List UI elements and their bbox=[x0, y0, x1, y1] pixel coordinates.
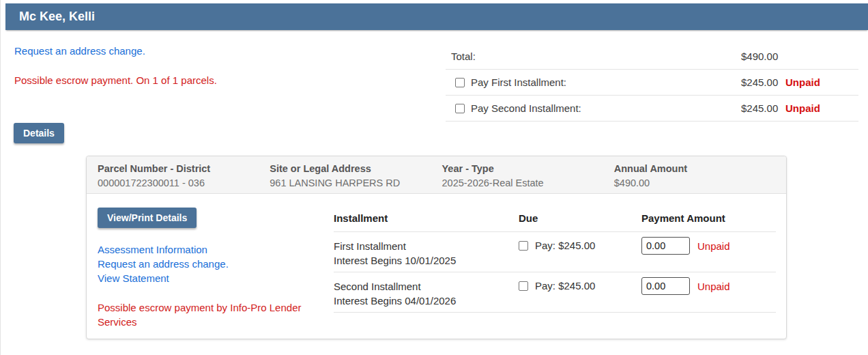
year-type-value: 2025-2026-Real Estate bbox=[442, 176, 614, 190]
table-row: Second Installment Interest Begins 04/01… bbox=[334, 272, 776, 313]
page-header-bar: Mc Kee, Kelli bbox=[5, 3, 868, 30]
first-payment-amount-input[interactable] bbox=[641, 237, 690, 255]
annual-amount-label: Annual Amount bbox=[614, 162, 786, 176]
due-column-header: Due bbox=[519, 212, 538, 224]
interest-begins-text: Interest Begins 10/01/2025 bbox=[334, 253, 456, 268]
row-pay-second-checkbox[interactable] bbox=[519, 281, 528, 291]
table-row: First Installment Interest Begins 10/01/… bbox=[334, 232, 776, 272]
first-installment-payment-cell: Unpaid bbox=[641, 237, 730, 255]
site-address-value: 961 LANSING HARPERS RD bbox=[270, 176, 442, 190]
parcel-card-body: View/Print Details Assessment Informatio… bbox=[87, 194, 786, 339]
view-statement-link[interactable]: View Statement bbox=[98, 271, 229, 285]
pay-first-installment-checkbox[interactable] bbox=[455, 78, 465, 87]
total-row: Total: $490.00 bbox=[446, 44, 858, 70]
parcel-number-column: Parcel Number - District 000001722300011… bbox=[98, 162, 270, 193]
pay-first-installment-label: Pay First Installment: bbox=[471, 76, 566, 88]
payment-summary: Total: $490.00 Pay First Installment: $2… bbox=[446, 44, 858, 122]
annual-amount-value: $490.00 bbox=[614, 176, 786, 190]
installment-table: Installment Due Payment Amount First Ins… bbox=[334, 209, 776, 313]
second-row-status: Unpaid bbox=[697, 281, 730, 292]
parcel-number-label: Parcel Number - District bbox=[98, 162, 270, 176]
first-installment-amount: $245.00 bbox=[741, 76, 778, 88]
total-label: Total: bbox=[451, 51, 476, 62]
parcel-card: Parcel Number - District 000001722300011… bbox=[86, 156, 787, 339]
pay-second-installment-label: Pay Second Installment: bbox=[471, 102, 581, 114]
details-button[interactable]: Details bbox=[14, 123, 64, 143]
second-payment-amount-input[interactable] bbox=[641, 277, 690, 295]
installment-column-header: Installment bbox=[334, 212, 388, 224]
row-pay-second-label: Pay: $245.00 bbox=[535, 280, 595, 292]
second-installment-amount: $245.00 bbox=[741, 102, 778, 114]
row-pay-first-checkbox[interactable] bbox=[519, 241, 528, 251]
second-installment-due-cell: Pay: $245.00 bbox=[519, 280, 595, 292]
parcel-links: Assessment Information Request an addres… bbox=[98, 242, 229, 285]
second-installment-status-badge: Unpaid bbox=[785, 102, 820, 114]
parcel-number-value: 000001722300011 - 036 bbox=[98, 176, 270, 190]
installment-table-header: Installment Due Payment Amount bbox=[334, 209, 776, 232]
parcel-escrow-notice: Possible escrow payment by Info-Pro Lend… bbox=[98, 300, 302, 329]
parcel-card-header: Parcel Number - District 000001722300011… bbox=[87, 156, 786, 194]
page-title: Mc Kee, Kelli bbox=[19, 10, 95, 24]
installment-name: First Installment bbox=[334, 239, 456, 253]
assessment-information-link[interactable]: Assessment Information bbox=[98, 242, 229, 257]
site-address-label: Site or Legal Address bbox=[270, 162, 442, 176]
site-address-column: Site or Legal Address 961 LANSING HARPER… bbox=[270, 162, 442, 193]
pay-second-installment-checkbox[interactable] bbox=[455, 104, 465, 113]
installment-name: Second Installment bbox=[334, 279, 456, 294]
row-pay-first-label: Pay: $245.00 bbox=[535, 240, 595, 251]
pay-first-installment-row: Pay First Installment: $245.00 Unpaid bbox=[446, 70, 858, 96]
first-row-status: Unpaid bbox=[697, 240, 730, 252]
first-installment-cell: First Installment Interest Begins 10/01/… bbox=[334, 239, 456, 268]
payment-amount-column-header: Payment Amount bbox=[641, 212, 725, 224]
address-change-link[interactable]: Request an address change. bbox=[14, 45, 145, 57]
second-installment-payment-cell: Unpaid bbox=[641, 277, 730, 295]
annual-amount-column: Annual Amount $490.00 bbox=[614, 162, 786, 193]
parcel-address-change-link[interactable]: Request an address change. bbox=[98, 257, 229, 271]
escrow-notice: Possible escrow payment. On 1 of 1 parce… bbox=[14, 74, 217, 86]
year-type-column: Year - Type 2025-2026-Real Estate bbox=[442, 162, 614, 193]
view-print-details-button[interactable]: View/Print Details bbox=[98, 208, 197, 228]
total-amount: $490.00 bbox=[741, 51, 778, 62]
year-type-label: Year - Type bbox=[442, 162, 614, 176]
first-installment-status-badge: Unpaid bbox=[785, 76, 820, 88]
first-installment-due-cell: Pay: $245.00 bbox=[519, 240, 595, 251]
interest-begins-text: Interest Begins 04/01/2026 bbox=[334, 294, 456, 308]
second-installment-cell: Second Installment Interest Begins 04/01… bbox=[334, 279, 456, 308]
pay-second-installment-row: Pay Second Installment: $245.00 Unpaid bbox=[446, 96, 858, 122]
